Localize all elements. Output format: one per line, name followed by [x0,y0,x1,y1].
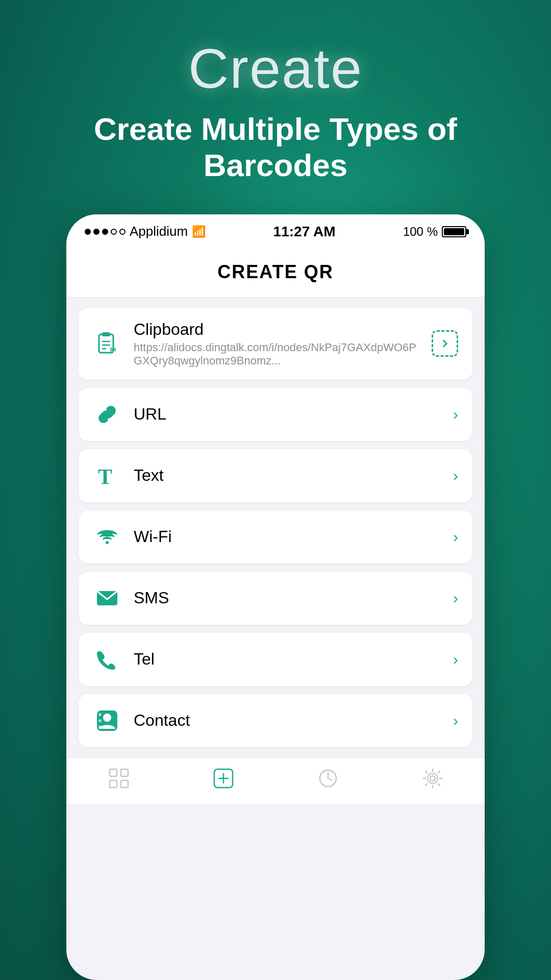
wifi-label: Wi-Fi [134,527,441,546]
contact-icon [93,706,121,735]
tel-label: Tel [134,650,441,669]
svg-rect-16 [110,780,117,788]
menu-item-text[interactable]: T Text › [79,449,472,502]
svg-point-22 [430,776,435,781]
battery-icon [442,226,466,237]
text-label: Text [134,466,441,485]
svg-rect-1 [102,332,110,336]
svg-rect-17 [121,780,128,788]
sms-label: SMS [134,589,441,607]
contact-chevron: › [453,712,458,729]
svg-text:T: T [98,465,112,488]
tab-create[interactable] [212,767,235,790]
svg-rect-14 [110,769,117,776]
wifi-status-icon: 📶 [192,225,206,238]
url-chevron: › [453,406,458,423]
phone-frame: Applidium 📶 11:27 AM 100 % CREATE QR [66,214,485,980]
text-text: Text [134,466,441,485]
screen-title: CREATE QR [66,246,485,298]
clipboard-sublabel: https://alidocs.dingtalk.com/i/nodes/NkP… [134,341,419,368]
phone-icon [93,645,121,674]
status-right: 100 % [403,225,466,239]
menu-item-contact[interactable]: Contact › [79,694,472,747]
battery-fill [444,228,464,235]
wifi-text: Wi-Fi [134,527,441,546]
sms-text: SMS [134,589,441,607]
menu-item-url[interactable]: URL › [79,388,472,441]
contact-label: Contact [134,711,441,730]
signal-dot-2 [93,229,99,235]
text-chevron: › [453,467,458,484]
tab-settings[interactable] [421,767,444,790]
text-icon: T [93,461,121,490]
tel-chevron: › [453,651,458,668]
signal-dot-1 [85,229,91,235]
clipboard-icon: ✂ [93,329,121,358]
wifi-icon [93,523,121,551]
status-time: 11:27 AM [273,224,336,240]
status-left: Applidium 📶 [85,224,206,239]
sms-icon [93,584,121,612]
svg-rect-15 [121,769,128,776]
carrier-name: Applidium [130,224,188,239]
menu-item-tel[interactable]: Tel › [79,633,472,686]
svg-point-7 [106,541,109,544]
svg-point-10 [103,714,111,722]
menu-list: ✂ Clipboard https://alidocs.dingtalk.com… [66,298,485,757]
tab-bar [66,757,485,804]
signal-dot-5 [119,229,126,235]
sms-chevron: › [453,590,458,607]
contact-text: Contact [134,711,441,730]
hero-subtitle: Create Multiple Types of Barcodes [0,111,551,184]
menu-item-clipboard[interactable]: ✂ Clipboard https://alidocs.dingtalk.com… [79,308,472,380]
tab-scan[interactable] [108,767,130,790]
signal-dots [85,229,126,235]
menu-item-sms[interactable]: SMS › [79,572,472,625]
url-text: URL [134,405,441,424]
clipboard-chevron-badge [432,330,458,357]
svg-point-23 [428,773,438,783]
status-bar: Applidium 📶 11:27 AM 100 % [66,214,485,246]
link-icon [93,400,121,429]
signal-dot-3 [102,229,108,235]
svg-point-13 [98,725,102,728]
svg-point-12 [98,719,102,722]
wifi-chevron: › [453,528,458,546]
tab-history[interactable] [317,767,339,790]
signal-dot-4 [111,229,117,235]
app-content: CREATE QR ✂ Clipboard https: [66,246,485,804]
url-label: URL [134,405,441,424]
svg-point-11 [98,713,102,716]
clipboard-label: Clipboard [134,320,419,339]
tel-text: Tel [134,650,441,669]
svg-text:✂: ✂ [110,346,117,354]
clipboard-text: Clipboard https://alidocs.dingtalk.com/i… [134,320,419,368]
menu-item-wifi[interactable]: Wi-Fi › [79,510,472,564]
battery-percent: 100 % [403,225,438,239]
hero-title: Create [188,36,363,101]
